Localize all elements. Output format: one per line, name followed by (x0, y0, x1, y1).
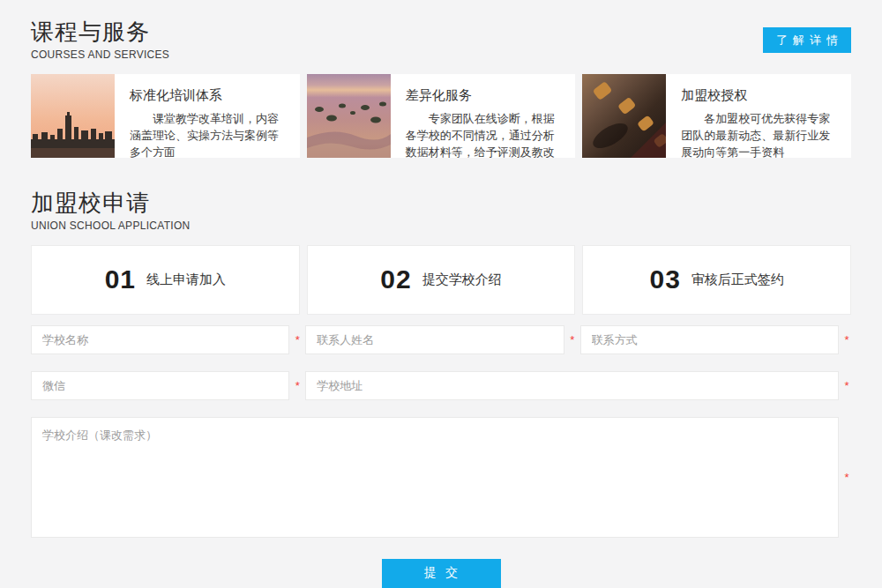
required-asterisk: * (842, 471, 851, 484)
course-cards: 标准化培训体系 课堂教学改革培训，内容涵盖理论、实操方法与案例等多个方面 (31, 74, 851, 158)
school-intro-textarea[interactable] (31, 417, 839, 538)
film-frames-graphic (582, 74, 666, 158)
step-label: 审核后正式签约 (691, 272, 784, 288)
school-name-field-wrap: * (31, 325, 302, 354)
film-strip-image (582, 74, 666, 158)
application-section: 加盟校申请 UNION SCHOOL APPLICATION 01 线上申请加入… (31, 190, 851, 588)
card-desc: 专家团队在线诊断，根据各学校的不同情况，通过分析数据材料等，给予评测及教改意见 (406, 111, 565, 158)
courses-subtitle: COURSES AND SERVICES (31, 48, 169, 61)
step-3-sign-contract: 03 审核后正式签约 (582, 245, 851, 315)
contact-method-input[interactable] (580, 325, 839, 354)
courses-heading: 课程与服务 COURSES AND SERVICES (31, 19, 169, 61)
step-label: 线上申请加入 (146, 272, 226, 288)
required-asterisk: * (842, 379, 851, 392)
card-desc: 课堂教学改革培训，内容涵盖理论、实操方法与案例等多个方面 (130, 111, 289, 158)
desert-shrubs-graphic (307, 74, 391, 158)
submit-button[interactable]: 提交 (382, 559, 501, 588)
contact-name-field-wrap: * (305, 325, 576, 354)
step-1-apply-online: 01 线上申请加入 (31, 245, 300, 315)
wechat-input[interactable] (31, 371, 289, 400)
city-sunset-image (31, 74, 115, 158)
step-number: 03 (649, 264, 680, 294)
required-asterisk: * (568, 333, 577, 346)
step-2-submit-intro: 02 提交学校介绍 (307, 245, 576, 315)
school-address-input[interactable] (305, 371, 839, 400)
required-asterisk: * (842, 333, 851, 346)
courses-title: 课程与服务 (31, 19, 169, 46)
card-title: 加盟校授权 (681, 87, 841, 104)
contact-name-input[interactable] (305, 325, 564, 354)
card-title: 差异化服务 (406, 87, 565, 104)
city-skyline-graphic (31, 74, 115, 158)
application-subtitle: UNION SCHOOL APPLICATION (31, 220, 851, 232)
application-steps: 01 线上申请加入 02 提交学校介绍 03 审核后正式签约 (31, 245, 851, 315)
learn-more-button[interactable]: 了解详情 (763, 27, 851, 53)
application-title: 加盟校申请 (31, 190, 851, 217)
desert-dusk-image (307, 74, 391, 158)
step-label: 提交学校介绍 (422, 272, 502, 288)
application-form: * * * * * (31, 325, 851, 588)
step-number: 01 (105, 264, 136, 294)
school-address-field-wrap: * (305, 371, 851, 400)
school-name-input[interactable] (31, 325, 289, 354)
card-title: 标准化培训体系 (130, 87, 289, 104)
school-intro-field-wrap: * (31, 417, 851, 538)
page: 课程与服务 COURSES AND SERVICES 了解详情 (0, 0, 882, 588)
required-asterisk: * (293, 379, 302, 392)
course-card-differentiated-service[interactable]: 差异化服务 专家团队在线诊断，根据各学校的不同情况，通过分析数据材料等，给予评测… (307, 74, 576, 158)
course-card-standard-training[interactable]: 标准化培训体系 课堂教学改革培训，内容涵盖理论、实操方法与案例等多个方面 (31, 74, 300, 158)
wechat-field-wrap: * (31, 371, 302, 400)
course-card-franchise-authorization[interactable]: 加盟校授权 各加盟校可优先获得专家团队的最新动态、最新行业发展动向等第一手资料 (582, 74, 851, 158)
required-asterisk: * (293, 333, 302, 346)
step-number: 02 (380, 264, 411, 294)
card-desc: 各加盟校可优先获得专家团队的最新动态、最新行业发展动向等第一手资料 (681, 111, 841, 158)
courses-section: 课程与服务 COURSES AND SERVICES 了解详情 (31, 19, 851, 158)
contact-method-field-wrap: * (580, 325, 851, 354)
